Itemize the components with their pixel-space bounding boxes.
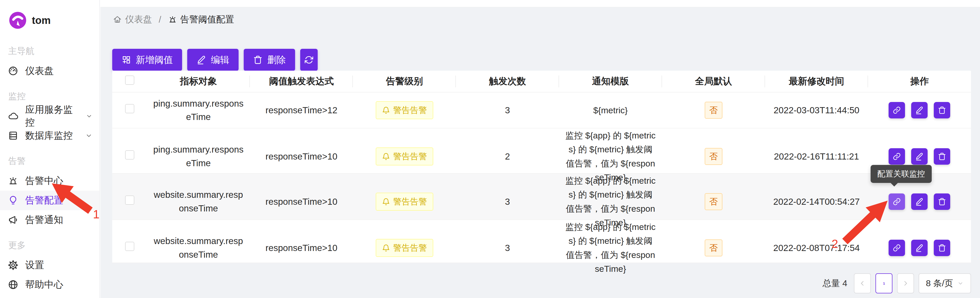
sidebar-item-label: 告警配置 [25, 194, 63, 207]
table-row: ping.summary.responseTime responseTime>1… [112, 92, 971, 129]
cell-actions [868, 148, 971, 165]
prev-page-button[interactable] [854, 273, 871, 293]
gear-icon [8, 260, 19, 271]
top-strip [100, 0, 980, 7]
trash-icon [938, 244, 947, 252]
trash-icon [938, 106, 947, 115]
cell-template: 监控 ${app} 的 ${metrics} 的 ${metric} 触发阈值告… [559, 220, 662, 276]
sidebar-item-app-service-monitor[interactable]: 应用服务监控 [0, 106, 99, 126]
breadcrumb-separator: / [157, 14, 163, 25]
cell-metric: ping.summary.responseTime [147, 97, 250, 124]
cell-actions [868, 102, 971, 118]
threshold-table: 指标对象 阈值触发表达式 告警级别 触发次数 通知模版 全局默认 最新修改时间 … [112, 71, 971, 263]
table-row: ping.summary.responseTime responseTime>1… [112, 129, 971, 174]
main-content: 仪表盘 / 告警阈值配置 新增阈值 编辑 删除 [100, 0, 980, 298]
warning-level-tag: 警告告警 [376, 193, 433, 211]
sidebar-item-alert-config[interactable]: 告警配置 [0, 191, 99, 210]
link-icon [892, 244, 901, 252]
siren-icon [8, 175, 19, 186]
next-page-button[interactable] [897, 273, 914, 293]
no-tag: 否 [705, 239, 722, 257]
sidebar-item-help-center[interactable]: 帮助中心 [0, 275, 99, 295]
edit-row-button[interactable] [911, 240, 928, 256]
delete-row-button[interactable] [934, 102, 950, 118]
select-all-checkbox[interactable] [125, 75, 134, 85]
alert-threshold-config-page: tom 主导航 仪表盘 监控 应用服务监控 数据库监控 告警 告警中 [0, 0, 980, 298]
row-checkbox[interactable] [125, 196, 134, 205]
sidebar-item-settings[interactable]: 设置 [0, 255, 99, 275]
col-trigger-expression: 阈值触发表达式 [250, 75, 353, 88]
edit-row-button[interactable] [911, 193, 928, 210]
edit-row-button[interactable] [911, 102, 928, 118]
row-checkbox[interactable] [125, 104, 134, 113]
trash-icon [938, 197, 947, 206]
delete-row-button[interactable] [934, 240, 950, 256]
warning-level-tag: 警告告警 [376, 101, 433, 119]
link-monitor-tooltip: 配置关联监控 [870, 165, 932, 183]
row-checkbox[interactable] [125, 150, 134, 159]
delete-button[interactable]: 删除 [244, 49, 295, 71]
total-count: 总量 4 [822, 277, 847, 289]
appstore-add-icon [121, 55, 131, 65]
sidebar-item-alert-center[interactable]: 告警中心 [0, 171, 99, 191]
sidebar-nav: 主导航 仪表盘 监控 应用服务监控 数据库监控 告警 告警中心 [0, 45, 99, 295]
cell-modified: 2022-02-08T07:17:54 [765, 241, 868, 255]
cell-times: 3 [456, 241, 559, 255]
sidebar-item-dashboard[interactable]: 仪表盘 [0, 61, 99, 81]
pencil-icon [196, 55, 206, 65]
no-tag: 否 [705, 148, 722, 165]
link-monitor-button[interactable] [889, 193, 905, 210]
trash-icon [253, 55, 263, 65]
cell-metric: website.summary.responseTime [147, 234, 250, 261]
page-1-button[interactable]: 1 [875, 273, 892, 293]
delete-row-button[interactable] [934, 148, 950, 165]
user-profile[interactable]: tom [9, 12, 99, 29]
delete-row-button[interactable] [934, 193, 950, 210]
sidebar-item-alert-notice[interactable]: 告警通知 [0, 210, 99, 229]
sidebar-item-label: 应用服务监控 [25, 103, 79, 129]
edit-row-button[interactable] [911, 148, 928, 165]
nav-group-label: 主导航 [8, 45, 99, 57]
home-icon [113, 15, 122, 24]
cell-metric: ping.summary.responseTime [147, 143, 250, 170]
cell-global-default: 否 [662, 148, 765, 165]
breadcrumb-label: 告警阈值配置 [180, 13, 234, 25]
link-monitor-button[interactable] [889, 102, 905, 118]
chevron-down-icon [957, 280, 964, 287]
hertzbeat-logo-icon [9, 12, 26, 29]
edit-label: 编辑 [211, 54, 229, 66]
nav-group-label: 监控 [8, 91, 99, 102]
col-metric-object: 指标对象 [147, 75, 250, 88]
nav-group-label: 更多 [8, 239, 99, 251]
cloud-icon [8, 111, 19, 121]
add-threshold-button[interactable]: 新增阈值 [112, 49, 182, 71]
cell-times: 3 [456, 104, 559, 117]
sidebar-item-label: 数据库监控 [25, 129, 73, 142]
database-icon [8, 130, 19, 141]
link-monitor-button[interactable] [889, 148, 905, 165]
trash-icon [938, 152, 947, 161]
edit-button[interactable]: 编辑 [187, 49, 239, 71]
cell-expression: responseTime>10 [250, 241, 353, 255]
link-monitor-button[interactable] [889, 240, 905, 256]
refresh-button[interactable] [300, 49, 318, 71]
page-size-select[interactable]: 8 条/页 [919, 273, 971, 293]
cell-actions [868, 193, 971, 210]
table-header: 指标对象 阈值触发表达式 告警级别 触发次数 通知模版 全局默认 最新修改时间 … [112, 71, 971, 92]
cell-global-default: 否 [662, 239, 765, 257]
username: tom [32, 14, 51, 26]
pencil-icon [915, 106, 924, 115]
siren-icon [168, 15, 177, 24]
nav-group-label: 告警 [8, 155, 99, 167]
breadcrumb-item-dashboard[interactable]: 仪表盘 [113, 13, 152, 25]
link-icon [892, 106, 901, 115]
chevron-left-icon [859, 279, 866, 287]
cell-level: 警告告警 [353, 239, 456, 257]
cell-expression: responseTime>12 [250, 104, 353, 117]
row-checkbox[interactable] [125, 242, 134, 251]
col-global-default: 全局默认 [662, 75, 765, 88]
bell-icon [382, 152, 390, 161]
bell-icon [382, 198, 390, 206]
cell-expression: responseTime>10 [250, 195, 353, 209]
pencil-icon [915, 197, 924, 206]
